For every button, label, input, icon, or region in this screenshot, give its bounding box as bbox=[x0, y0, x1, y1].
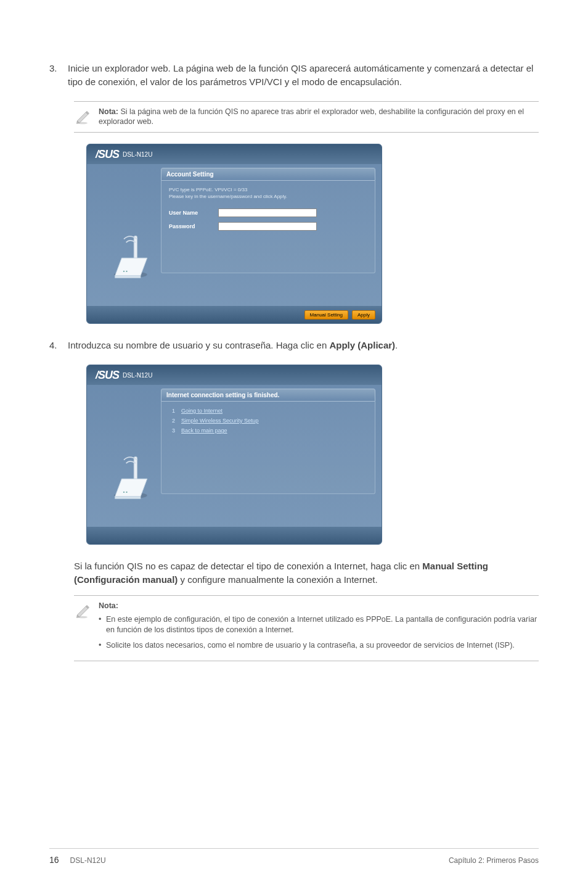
step-4: 4. Introduzca su nombre de usuario y su … bbox=[49, 339, 539, 352]
step-3-number: 3. bbox=[49, 62, 68, 89]
screenshot-footer: Manual Setting Apply bbox=[87, 306, 382, 323]
page-number: 16 bbox=[49, 855, 59, 865]
step-4-number: 4. bbox=[49, 339, 68, 352]
apply-button[interactable]: Apply bbox=[352, 310, 375, 320]
note-2-list: En este ejemplo de configuración, el tip… bbox=[99, 614, 539, 651]
step-4-prefix: Introduzca su nombre de usuario y su con… bbox=[68, 340, 329, 350]
note-1-label: Nota: bbox=[99, 107, 118, 116]
pencil-icon bbox=[74, 108, 91, 125]
model-label: DSL-N12U bbox=[123, 151, 152, 158]
svg-point-11 bbox=[126, 492, 127, 493]
link-row-2: 2Simple Wireless Security Setup bbox=[169, 418, 367, 424]
link-num-3: 3 bbox=[169, 427, 175, 434]
screenshot-connection-finished: /SUS DSL-N12U I bbox=[86, 365, 539, 545]
panel-title-account: Account Setting bbox=[161, 168, 375, 181]
link-num-1: 1 bbox=[169, 408, 175, 414]
router-image bbox=[96, 226, 152, 281]
qis-post: y configure manualmente la conexión a In… bbox=[178, 574, 377, 585]
qis-manual-paragraph: Si la función QIS no es capaz de detecta… bbox=[74, 559, 539, 587]
router-image-2 bbox=[96, 447, 152, 502]
note-1-body: Si la página web de la función QIS no ap… bbox=[99, 107, 524, 126]
username-input[interactable] bbox=[218, 208, 317, 217]
note-block-1: Nota: Si la página web de la función QIS… bbox=[74, 101, 539, 133]
svg-marker-1 bbox=[77, 112, 88, 123]
note-2-content: Nota: En este ejemplo de configuración, … bbox=[99, 601, 539, 656]
link-wireless-setup[interactable]: Simple Wireless Security Setup bbox=[181, 418, 259, 424]
svg-point-10 bbox=[123, 492, 125, 493]
link-row-3: 3Back to main page bbox=[169, 427, 367, 434]
svg-rect-9 bbox=[134, 456, 137, 481]
svg-marker-13 bbox=[77, 606, 88, 617]
screenshot2-header: /SUS DSL-N12U bbox=[87, 365, 382, 385]
brand-logo: /SUS bbox=[96, 148, 119, 161]
link-row-1: 1Going to Internet bbox=[169, 408, 367, 414]
step-4-bold: Apply (Aplicar) bbox=[329, 340, 395, 350]
note-2-item-2: Solicite los datos necesarios, como el n… bbox=[99, 640, 539, 651]
step-4-text: Introduzca su nombre de usuario y su con… bbox=[68, 339, 539, 352]
password-row: Password bbox=[169, 222, 367, 231]
footer-model: DSL-N12U bbox=[70, 856, 106, 865]
note-2-item-1: En este ejemplo de configuración, el tip… bbox=[99, 614, 539, 635]
qis-pre: Si la función QIS no es capaz de detecta… bbox=[74, 561, 422, 571]
panel-title-finished: Internet connection setting is finished. bbox=[161, 389, 375, 402]
screenshot-account-setting: /SUS DSL-N12U A bbox=[86, 144, 539, 324]
pvc-line: PVC type is PPPoE. VPI/VCI = 0/33 bbox=[169, 187, 247, 192]
note-2-heading: Nota: bbox=[99, 601, 118, 610]
password-label: Password bbox=[169, 223, 212, 229]
manual-setting-button[interactable]: Manual Setting bbox=[304, 310, 348, 320]
pencil-icon-2 bbox=[74, 602, 91, 619]
panel-subtext: PVC type is PPPoE. VPI/VCI = 0/33 Please… bbox=[169, 187, 367, 200]
model-label-2: DSL-N12U bbox=[123, 372, 152, 379]
username-label: User Name bbox=[169, 210, 212, 216]
step-3-text: Inicie un explorador web. La página web … bbox=[68, 62, 539, 89]
finish-link-list: 1Going to Internet 2Simple Wireless Secu… bbox=[169, 408, 367, 434]
svg-point-7 bbox=[126, 271, 127, 272]
step-3: 3. Inicie un explorador web. La página w… bbox=[49, 62, 539, 89]
brand-logo-2: /SUS bbox=[96, 369, 119, 382]
screenshot2-footer bbox=[87, 527, 382, 544]
link-back-main[interactable]: Back to main page bbox=[181, 427, 227, 434]
svg-rect-5 bbox=[134, 236, 137, 260]
link-going-internet[interactable]: Going to Internet bbox=[181, 408, 223, 414]
note-block-2: Nota: En este ejemplo de configuración, … bbox=[74, 595, 539, 662]
username-row: User Name bbox=[169, 208, 367, 217]
link-num-2: 2 bbox=[169, 418, 175, 424]
screenshot-header: /SUS DSL-N12U bbox=[87, 144, 382, 164]
svg-point-6 bbox=[123, 271, 125, 272]
footer-chapter: Capítulo 2: Primeros Pasos bbox=[449, 856, 539, 865]
page-footer: 16 DSL-N12U Capítulo 2: Primeros Pasos bbox=[49, 848, 539, 865]
step-4-suffix: . bbox=[395, 340, 398, 350]
password-input[interactable] bbox=[218, 222, 317, 231]
note-1-text: Nota: Si la página web de la función QIS… bbox=[99, 107, 539, 128]
instruction-line: Please key in the username/password and … bbox=[169, 194, 287, 199]
